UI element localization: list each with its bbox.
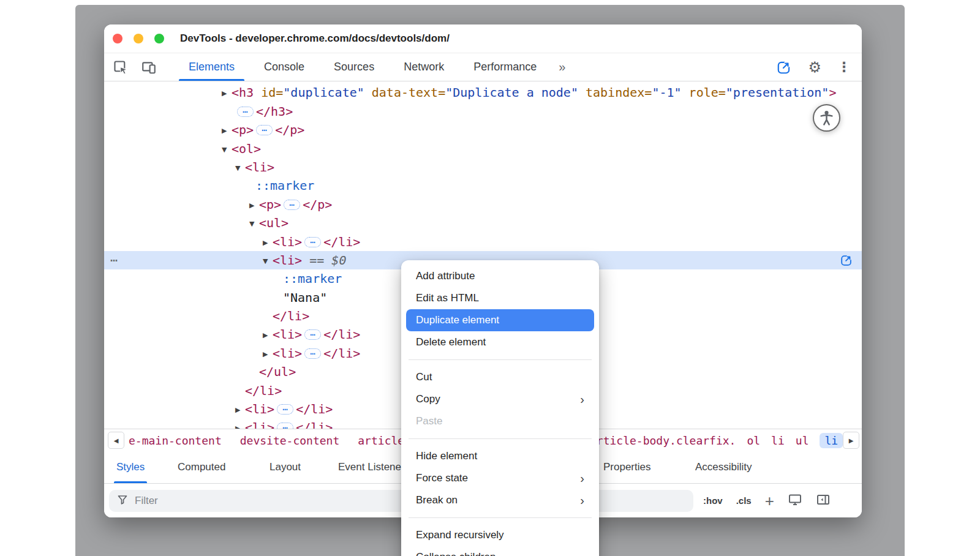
inspect-icon[interactable]: [113, 59, 129, 75]
dom-text: </li>: [323, 327, 360, 342]
disclosure-triangle-icon[interactable]: ▶: [263, 326, 273, 345]
sidebar-toggle-icon[interactable]: [816, 492, 831, 509]
dom-text: <ul>: [259, 216, 288, 230]
more-content-badge[interactable]: ⋯: [304, 329, 321, 340]
disclosure-triangle-icon[interactable]: ▼: [222, 141, 232, 159]
crumb-scroll-left-icon[interactable]: ◀: [108, 432, 124, 449]
dom-tree-row[interactable]: ▼<ul>: [104, 214, 862, 232]
row-options-icon[interactable]: ⋯: [110, 251, 118, 269]
dom-text: "Duplicate a node": [445, 85, 578, 100]
gear-icon[interactable]: ⚙: [808, 59, 821, 76]
breadcrumb-item[interactable]: article-body.clearfix.: [590, 434, 736, 447]
menu-item-hide-element[interactable]: Hide element: [401, 445, 599, 467]
tab-event-listeners[interactable]: Event Listeners: [338, 451, 410, 483]
minimize-button[interactable]: [134, 34, 143, 43]
tab-performance[interactable]: Performance: [459, 53, 551, 81]
disclosure-triangle-icon[interactable]: ▶: [263, 345, 273, 364]
menu-item-expand-recursively[interactable]: Expand recursively: [401, 524, 599, 546]
breadcrumb-item[interactable]: li: [771, 434, 785, 447]
tab-accessibility[interactable]: Accessibility: [695, 451, 752, 483]
more-content-badge[interactable]: ⋯: [304, 348, 321, 359]
tab-console[interactable]: Console: [249, 53, 319, 81]
dom-text: id=: [254, 85, 283, 100]
rendering-emulation-icon[interactable]: [788, 492, 802, 509]
panel-tab-strip: Elements Console Sources Network Perform…: [174, 53, 551, 81]
dom-text: tabindex=: [578, 85, 652, 100]
inspect-mode-badge-icon[interactable]: [776, 59, 792, 75]
more-content-badge[interactable]: ⋯: [304, 237, 321, 247]
menu-item-force-state[interactable]: Force state›: [401, 467, 599, 489]
crumb-scroll-right-icon[interactable]: ▶: [843, 432, 859, 449]
dom-tree-row[interactable]: ▶<h3 id="duplicate" data-text="Duplicate…: [104, 83, 862, 102]
submenu-chevron-icon: ›: [580, 393, 584, 407]
more-content-badge[interactable]: ⋯: [284, 200, 300, 210]
disclosure-triangle-icon[interactable]: ▼: [263, 252, 273, 271]
dom-text: "duplicate": [283, 85, 364, 100]
tab-layout[interactable]: Layout: [270, 451, 301, 483]
dom-text: </li>: [296, 420, 333, 429]
dom-tree-row[interactable]: ▶<p>⋯</p>: [104, 121, 862, 139]
zoom-button[interactable]: [154, 34, 164, 43]
menu-item-edit-as-html[interactable]: Edit as HTML: [401, 287, 599, 309]
more-content-badge[interactable]: ⋯: [256, 125, 273, 135]
tab-styles[interactable]: Styles: [116, 451, 145, 483]
toggle-element-state-button[interactable]: :hov: [703, 495, 723, 506]
menu-item-collapse-children[interactable]: Collapse children: [401, 546, 599, 556]
new-style-rule-button[interactable]: +: [765, 495, 774, 507]
disclosure-triangle-icon[interactable]: ▶: [235, 419, 245, 429]
tab-elements[interactable]: Elements: [174, 53, 249, 81]
element-classes-button[interactable]: .cls: [736, 495, 752, 506]
breadcrumb-item[interactable]: devsite-content: [240, 434, 340, 447]
menu-separator: [409, 517, 592, 518]
disclosure-triangle-icon[interactable]: ▼: [249, 215, 259, 233]
menu-item-cut[interactable]: Cut: [401, 366, 599, 388]
breadcrumb-item[interactable]: article: [358, 434, 404, 447]
breadcrumb-item[interactable]: ol: [747, 434, 760, 447]
menu-item-label: Duplicate element: [416, 314, 499, 326]
device-toolbar-icon[interactable]: [141, 59, 157, 75]
more-content-badge[interactable]: ⋯: [277, 404, 293, 415]
menu-item-add-attribute[interactable]: Add attribute: [401, 265, 599, 287]
disclosure-triangle-icon[interactable]: ▶: [222, 85, 232, 103]
menu-item-label: Paste: [416, 415, 442, 427]
accessibility-person-icon[interactable]: [813, 104, 840, 132]
disclosure-triangle-icon[interactable]: ▶: [222, 122, 232, 140]
tab-label: Elements: [189, 61, 235, 73]
dom-text: >: [829, 85, 836, 100]
styles-toolbar-buttons: :hov .cls +: [703, 492, 831, 509]
dom-tree-row[interactable]: ⋯</h3>: [104, 102, 862, 121]
menu-item-label: Add attribute: [416, 270, 475, 282]
tab-properties[interactable]: Properties: [603, 451, 650, 483]
menu-item-delete-element[interactable]: Delete element: [401, 331, 599, 353]
more-content-badge[interactable]: ⋯: [277, 423, 293, 429]
tab-computed[interactable]: Computed: [178, 451, 225, 483]
disclosure-triangle-icon[interactable]: ▶: [235, 401, 245, 419]
breadcrumb-item-selected[interactable]: li: [820, 433, 843, 448]
dom-tree-row[interactable]: ▼<ol>: [104, 140, 862, 158]
tab-sources[interactable]: Sources: [319, 53, 389, 81]
traffic-lights: [113, 34, 164, 43]
console-reference-label: $0: [331, 253, 346, 268]
tab-label: Accessibility: [695, 461, 752, 473]
kebab-menu-icon[interactable]: ⋮: [837, 59, 851, 75]
menu-item-copy[interactable]: Copy›: [401, 388, 599, 410]
disclosure-triangle-icon[interactable]: ▶: [249, 197, 259, 215]
submenu-chevron-icon: ›: [580, 471, 584, 486]
disclosure-triangle-icon[interactable]: ▶: [263, 234, 273, 252]
dom-tree-row[interactable]: ▶<li>⋯</li>: [104, 233, 862, 251]
more-tabs-icon[interactable]: »: [551, 60, 573, 74]
dom-tree-row[interactable]: ▶<p>⋯</p>: [104, 195, 862, 214]
tab-network[interactable]: Network: [389, 53, 459, 81]
more-content-badge[interactable]: ⋯: [237, 107, 254, 117]
selected-node-badge-icon[interactable]: [840, 254, 853, 267]
breadcrumb-item[interactable]: ul: [796, 434, 809, 447]
breadcrumb-item[interactable]: e-main-content: [129, 434, 222, 447]
close-button[interactable]: [113, 34, 123, 43]
dom-tree-row[interactable]: ::marker: [104, 176, 862, 195]
disclosure-triangle-icon[interactable]: ▼: [235, 159, 245, 178]
menu-item-duplicate-element[interactable]: Duplicate element: [406, 309, 594, 331]
dom-text: </li>: [323, 235, 360, 249]
menu-item-break-on[interactable]: Break on›: [401, 489, 599, 511]
dom-text: "presentation": [726, 85, 829, 100]
dom-tree-row[interactable]: ▼<li>: [104, 158, 862, 176]
